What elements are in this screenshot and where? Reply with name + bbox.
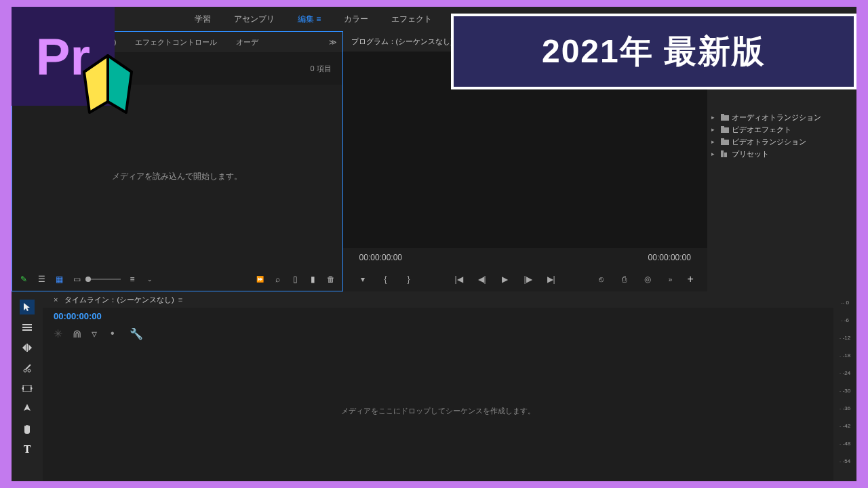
- pen-tool[interactable]: [20, 401, 35, 416]
- razor-tool[interactable]: [20, 361, 35, 375]
- go-to-out-icon[interactable]: ▶|: [545, 274, 557, 284]
- tool-palette: T: [12, 291, 43, 481]
- svg-marker-10: [24, 303, 30, 311]
- tab-program[interactable]: プログラム：(シーケンスなし): [351, 37, 453, 47]
- wrench-icon[interactable]: 🔧: [130, 327, 139, 337]
- svg-marker-14: [22, 344, 26, 351]
- timeline-timecode[interactable]: 00:00:00:00: [43, 308, 833, 324]
- chevron-right-icon: ▸: [711, 150, 718, 157]
- program-time-total: 00:00:00:00: [648, 253, 691, 262]
- tab-effect-controls[interactable]: エフェクトコントロール: [125, 37, 226, 47]
- ripple-edit-tool[interactable]: [20, 340, 35, 355]
- ws-edit[interactable]: 編集: [298, 14, 321, 25]
- new-item-icon[interactable]: ▮: [307, 273, 319, 285]
- freeform-view-icon[interactable]: ▭: [71, 273, 83, 285]
- headline-badge: 2021年 最新版: [451, 14, 856, 89]
- clear-icon[interactable]: 🗑: [325, 273, 337, 285]
- lift-icon[interactable]: ⎋: [595, 274, 608, 284]
- svg-rect-8: [721, 150, 724, 157]
- tab-timeline[interactable]: タイムライン：(シーケンスなし): [64, 295, 174, 305]
- folder-icon: [721, 114, 729, 121]
- out-point-icon[interactable]: }: [403, 274, 415, 284]
- svg-rect-5: [721, 126, 724, 127]
- fx-item-video-transitions[interactable]: ▸ビデオトランジション: [707, 136, 856, 148]
- meter-mark: -18: [840, 352, 850, 359]
- ws-color[interactable]: カラー: [344, 14, 368, 25]
- hand-tool[interactable]: [20, 422, 35, 436]
- step-back-icon[interactable]: ◀|: [476, 274, 488, 284]
- timeline-panel: × タイムライン：(シーケンスなし) ≡ 00:00:00:00 ✳ ⋒ ▿ •…: [43, 291, 833, 481]
- timeline-tabs: × タイムライン：(シーケンスなし) ≡: [43, 291, 833, 308]
- timeline-empty-text: メディアをここにドロップしてシーケンスを作成します。: [341, 406, 535, 416]
- item-count: 0 項目: [310, 64, 331, 74]
- svg-rect-3: [721, 114, 724, 115]
- svg-marker-16: [28, 344, 32, 351]
- settings-icon[interactable]: •: [111, 327, 120, 337]
- chevron-right-icon: ▸: [711, 114, 718, 121]
- type-tool[interactable]: T: [20, 442, 35, 457]
- timeline-tracks[interactable]: メディアをここにドロップしてシーケンスを作成します。: [43, 340, 833, 481]
- chevron-right-icon: ▸: [711, 126, 718, 133]
- meter-mark: -36: [840, 405, 850, 411]
- program-time-row: 00:00:00:00 00:00:00:00: [343, 248, 707, 267]
- svg-rect-13: [22, 329, 32, 331]
- folder-icon: [721, 126, 729, 133]
- panel-menu-icon[interactable]: ≡: [178, 296, 182, 304]
- meter-mark: -48: [840, 441, 850, 447]
- zoom-slider[interactable]: [88, 279, 121, 280]
- chevron-down-icon[interactable]: ⌄: [144, 273, 156, 285]
- svg-rect-15: [26, 344, 28, 352]
- ws-learn[interactable]: 学習: [195, 14, 211, 25]
- overflow-icon[interactable]: »: [665, 276, 677, 283]
- track-select-tool[interactable]: [20, 320, 35, 335]
- tab-audio[interactable]: オーデ: [226, 37, 268, 47]
- meter-mark: -42: [840, 423, 850, 429]
- svg-rect-9: [724, 152, 727, 157]
- write-icon[interactable]: ✎: [18, 273, 30, 285]
- project-footer: ✎ ☰ ▦ ▭ ≡ ⌄ ⏩ ⌕ ▯ ▮ 🗑: [12, 268, 342, 291]
- step-fwd-icon[interactable]: |▶: [522, 274, 534, 284]
- timeline-options: ✳ ⋒ ▿ • 🔧: [43, 324, 833, 340]
- folder-icon: [721, 138, 729, 145]
- sort-icon[interactable]: ≡: [126, 273, 138, 285]
- meter-mark: -12: [840, 335, 850, 341]
- find-icon[interactable]: ⌕: [272, 273, 284, 285]
- audio-meter: 0 -6 -12 -18 -24 -30 -36 -42 -48 -54: [833, 291, 856, 481]
- list-view-icon[interactable]: ☰: [35, 273, 47, 285]
- fx-item-presets[interactable]: ▸プリセット: [707, 148, 856, 160]
- meter-mark: -30: [840, 388, 850, 394]
- close-tab-icon[interactable]: ×: [54, 296, 58, 304]
- project-body[interactable]: メディアを読み込んで開始します。: [12, 85, 342, 268]
- add-button-icon[interactable]: +: [688, 273, 694, 285]
- svg-rect-20: [23, 385, 31, 392]
- svg-rect-12: [22, 327, 32, 328]
- automate-icon[interactable]: ⏩: [254, 273, 267, 285]
- fx-label: ビデオエフェクト: [732, 125, 791, 135]
- in-point-icon[interactable]: {: [380, 274, 392, 284]
- fx-label: プリセット: [732, 149, 769, 159]
- fx-item-video-effects[interactable]: ▸ビデオエフェクト: [707, 123, 856, 136]
- svg-rect-11: [22, 324, 32, 325]
- play-icon[interactable]: ▶: [499, 274, 511, 284]
- export-frame-icon[interactable]: ◎: [642, 274, 654, 284]
- meter-mark: -6: [841, 317, 849, 323]
- meter-mark: -54: [840, 458, 850, 464]
- new-bin-icon[interactable]: ▯: [290, 273, 302, 285]
- selection-tool[interactable]: [20, 300, 35, 314]
- icon-view-icon[interactable]: ▦: [53, 273, 65, 285]
- snap-icon[interactable]: ✳: [54, 327, 63, 337]
- project-empty-text: メディアを読み込んで開始します。: [112, 171, 242, 182]
- extract-icon[interactable]: ⎙: [618, 274, 631, 284]
- fx-item-audio-transitions[interactable]: ▸オーディオトランジション: [707, 111, 856, 123]
- marker-icon[interactable]: ▿: [92, 327, 101, 337]
- overflow-icon[interactable]: ≫: [323, 38, 342, 47]
- link-icon[interactable]: ⋒: [73, 327, 82, 337]
- slip-tool[interactable]: [20, 381, 35, 396]
- svg-point-18: [24, 369, 26, 372]
- ws-assembly[interactable]: アセンブリ: [234, 14, 275, 25]
- marker-icon[interactable]: ▾: [357, 274, 369, 284]
- beginner-leaf-icon: [79, 53, 137, 121]
- svg-point-19: [28, 369, 31, 372]
- go-to-in-icon[interactable]: |◀: [453, 274, 465, 284]
- ws-effects[interactable]: エフェクト: [391, 14, 432, 25]
